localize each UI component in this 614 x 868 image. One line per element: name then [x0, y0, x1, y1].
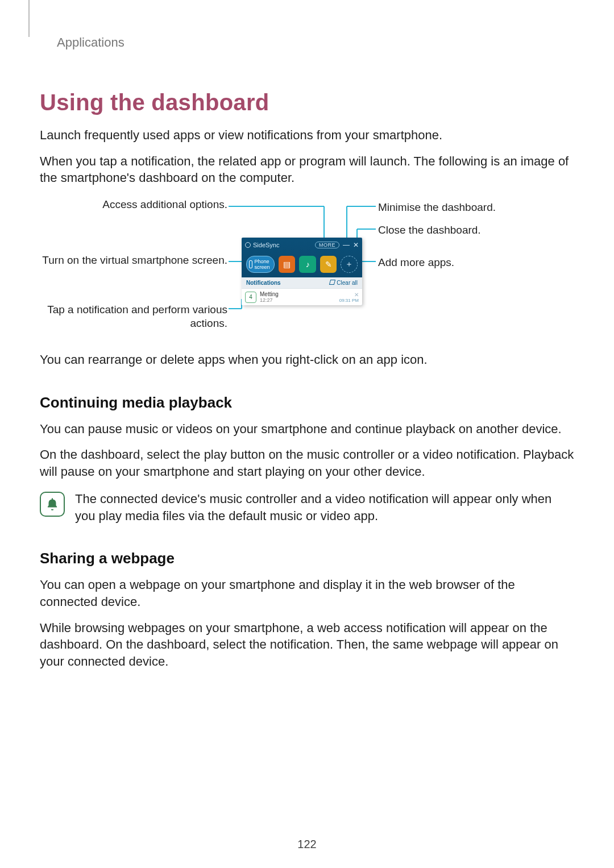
after-diagram-paragraph: You can rearrange or delete apps when yo… — [40, 351, 574, 368]
notifications-section: Notifications Clear all 4 Metting 12:27 … — [242, 277, 362, 305]
note-text: The connected device's music controller … — [75, 491, 574, 524]
dashboard-diagram: Access additional options. Turn on the v… — [40, 198, 574, 334]
notification-dismiss-icon[interactable]: ✕ — [339, 292, 359, 298]
calendar-icon: 4 — [245, 292, 256, 303]
add-app-button[interactable]: ＋ — [341, 256, 358, 273]
dashboard-titlebar: SideSync MORE — ✕ — [242, 238, 362, 252]
phone-screen-label: Phone screen — [254, 259, 272, 270]
callout-add-apps: Add more apps. — [378, 256, 560, 269]
bell-icon — [40, 492, 65, 517]
more-button[interactable]: MORE — [315, 242, 339, 248]
header-rule — [28, 0, 30, 37]
clear-all-label: Clear all — [337, 280, 358, 286]
intro-paragraph-1: Launch frequently used apps or view noti… — [40, 127, 574, 144]
callout-close: Close the dashboard. — [378, 223, 560, 237]
phone-screen-button[interactable]: Phone screen — [246, 256, 275, 273]
callout-notification-tap: Tap a notification and perform various a… — [40, 303, 227, 330]
dashboard-brand: SideSync — [245, 242, 315, 248]
subheading-webpage: Sharing a webpage — [40, 550, 574, 567]
subheading-media: Continuing media playback — [40, 394, 574, 412]
notification-title: Metting — [260, 291, 336, 297]
dashboard-window: SideSync MORE — ✕ Phone screen ▤ ♪ ✎ ＋ N… — [242, 238, 362, 305]
webpage-paragraph-2: While browsing webpages on your smartpho… — [40, 620, 574, 670]
clear-icon — [329, 280, 335, 285]
webpage-paragraph-1: You can open a webpage on your smartphon… — [40, 576, 574, 610]
callout-minimise: Minimise the dashboard. — [378, 201, 560, 214]
intro-paragraph-2: When you tap a notification, the related… — [40, 153, 574, 186]
notifications-label: Notifications — [246, 280, 281, 286]
media-paragraph-1: You can pause music or videos on your sm… — [40, 421, 574, 438]
header-section: Applications — [57, 35, 574, 50]
dashboard-app-row: Phone screen ▤ ♪ ✎ ＋ — [242, 252, 362, 277]
minimise-button[interactable]: — — [343, 241, 350, 249]
phone-icon — [249, 260, 252, 268]
sidesync-icon — [245, 242, 251, 248]
page-number: 122 — [0, 838, 614, 851]
notification-item[interactable]: 4 Metting 12:27 ✕ 09:31 PM — [242, 288, 362, 305]
media-paragraph-2: On the dashboard, select the play button… — [40, 446, 574, 480]
note-block: The connected device's music controller … — [40, 491, 574, 524]
app-shortcut-gallery[interactable]: ✎ — [320, 256, 337, 273]
notification-subtitle: 12:27 — [260, 297, 336, 303]
clear-all-button[interactable]: Clear all — [330, 280, 358, 286]
callout-virtual-screen: Turn on the virtual smartphone screen. — [40, 254, 227, 267]
app-shortcut-1[interactable]: ▤ — [279, 256, 295, 273]
callout-more-options: Access additional options. — [40, 198, 227, 211]
notification-time: 09:31 PM — [339, 298, 359, 303]
dashboard-brand-label: SideSync — [253, 242, 279, 248]
app-shortcut-music[interactable]: ♪ — [299, 256, 316, 273]
page-title: Using the dashboard — [40, 90, 574, 115]
close-button[interactable]: ✕ — [353, 241, 359, 249]
